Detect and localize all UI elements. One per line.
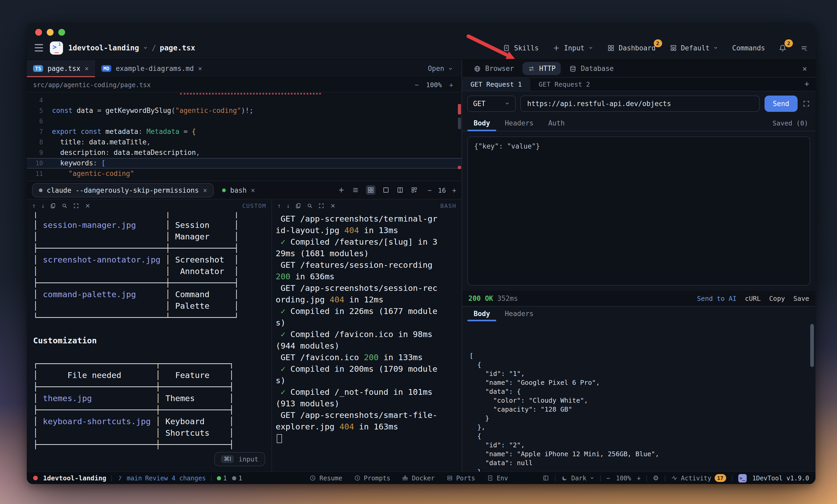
copy-icon[interactable] bbox=[296, 203, 302, 209]
git-branch-status[interactable]: main Review 4 changes bbox=[117, 474, 206, 482]
close-panel-icon[interactable]: × bbox=[800, 64, 809, 73]
terminal-font-larger-button[interactable]: + bbox=[452, 186, 456, 194]
theme-selector[interactable]: Dark bbox=[561, 474, 594, 482]
code-line[interactable]: 6 bbox=[27, 116, 462, 127]
tab-request-auth[interactable]: Auth bbox=[542, 115, 571, 131]
input-button[interactable]: Input bbox=[552, 44, 593, 52]
tab-request-body[interactable]: Body bbox=[467, 115, 497, 131]
ok-count[interactable]: 1 bbox=[217, 474, 227, 482]
copy-button[interactable]: Copy bbox=[769, 294, 785, 302]
minimize-window-button[interactable] bbox=[47, 29, 54, 36]
request-tab-2[interactable]: GET Request 2 bbox=[530, 78, 599, 91]
split-pane-icon[interactable] bbox=[397, 186, 404, 194]
zoom-window-button[interactable] bbox=[58, 29, 65, 36]
editor-scrollbar[interactable] bbox=[457, 92, 462, 181]
saved-count[interactable]: Saved (0) bbox=[773, 115, 810, 131]
code-line[interactable]: 9 description: data.metaDescription, bbox=[27, 147, 462, 158]
code-line[interactable]: 11 "agentic-coding" bbox=[27, 168, 462, 179]
close-tab-icon[interactable]: × bbox=[203, 186, 207, 194]
single-pane-icon[interactable] bbox=[382, 186, 390, 194]
code-editor[interactable]: 45const data = getKeywordBySlug("agentic… bbox=[27, 92, 462, 181]
send-to-ai-button[interactable]: Send to AI bbox=[697, 294, 737, 302]
tab-response-headers[interactable]: Headers bbox=[499, 307, 540, 321]
code-line[interactable]: 8 title: data.metaTitle, bbox=[27, 137, 462, 147]
notifications-button[interactable]: 2 bbox=[779, 44, 787, 52]
docker-button[interactable]: Docker bbox=[402, 474, 435, 482]
scrollbar-thumb[interactable] bbox=[810, 324, 814, 367]
save-button[interactable]: Save bbox=[794, 294, 809, 302]
close-window-button[interactable] bbox=[35, 29, 42, 36]
method-selector[interactable]: GET bbox=[467, 95, 516, 111]
search-icon[interactable] bbox=[307, 203, 313, 209]
tab-database[interactable]: Database bbox=[564, 62, 619, 75]
expand-icon[interactable] bbox=[802, 100, 810, 107]
panel-toggle-icon[interactable] bbox=[542, 474, 549, 482]
add-request-icon[interactable]: + bbox=[804, 79, 816, 91]
prompts-button[interactable]: Prompts bbox=[354, 474, 390, 482]
request-body-editor[interactable]: {"key": "value"} bbox=[467, 137, 810, 286]
scroll-down-icon[interactable]: ↓ bbox=[41, 203, 44, 209]
code-line[interactable]: 7export const metadata: Metadata = { bbox=[27, 127, 462, 137]
ports-button[interactable]: Ports bbox=[446, 474, 475, 482]
tab-http[interactable]: HTTP bbox=[522, 62, 561, 75]
env-button[interactable]: Env bbox=[487, 474, 508, 482]
send-button[interactable]: Send bbox=[764, 95, 798, 111]
review-changes-link[interactable]: Review 4 changes bbox=[145, 474, 206, 482]
overflow-menu-button[interactable] bbox=[800, 44, 808, 52]
code-line[interactable]: 4 bbox=[27, 95, 462, 106]
terminal-output-custom[interactable]: │ │ ││ session-manager.jpg │ Session ││ … bbox=[27, 212, 271, 471]
scrollbar-thumb[interactable] bbox=[458, 118, 461, 129]
settings-gear-icon[interactable]: ⚙ bbox=[653, 474, 659, 482]
close-tab-icon[interactable]: × bbox=[251, 186, 255, 194]
open-file-dropdown[interactable]: Open bbox=[428, 60, 462, 77]
code-line[interactable]: 10 keywords: [ bbox=[27, 158, 462, 168]
dashboard-button[interactable]: Dashboard 2 bbox=[607, 44, 656, 52]
panel-tab-bar: Browser HTTP Database × bbox=[462, 60, 816, 78]
scroll-up-icon[interactable]: ↑ bbox=[32, 203, 36, 209]
fullscreen-icon[interactable] bbox=[73, 203, 79, 209]
tab-request-headers[interactable]: Headers bbox=[499, 115, 540, 131]
statusbar-project[interactable]: 1devtool-landing bbox=[43, 474, 106, 482]
pending-count[interactable]: 1 bbox=[232, 474, 242, 482]
response-body[interactable]: [ { "id": "1", "name": "Google Pixel 6 P… bbox=[462, 321, 816, 471]
project-switcher[interactable]: 1devtool-landing / page.tsx bbox=[68, 43, 195, 52]
input-hint-badge[interactable]: ⌘I input bbox=[214, 452, 265, 466]
project-name[interactable]: 1devtool-landing bbox=[68, 43, 139, 52]
editor-zoom-in-button[interactable]: + bbox=[449, 81, 453, 89]
tab-page-tsx[interactable]: TS page.tsx × bbox=[27, 60, 95, 77]
scroll-up-icon[interactable]: ↑ bbox=[277, 203, 281, 209]
terminal-tab-bash[interactable]: bash × bbox=[220, 183, 257, 197]
tab-response-body[interactable]: Body bbox=[467, 307, 497, 321]
workspace-selector[interactable]: Default bbox=[669, 44, 718, 52]
fullscreen-icon[interactable] bbox=[319, 203, 325, 209]
skills-button[interactable]: Skills bbox=[502, 44, 539, 52]
url-input[interactable] bbox=[520, 95, 760, 111]
terminal-tab-claude[interactable]: claude --dangerously-skip-permissions × bbox=[32, 183, 214, 197]
request-tab-1[interactable]: GET Request 1 bbox=[462, 78, 530, 91]
list-layout-icon[interactable] bbox=[352, 186, 359, 194]
new-terminal-icon[interactable] bbox=[338, 186, 345, 194]
tab-browser[interactable]: Browser bbox=[468, 62, 519, 75]
ui-zoom-in-button[interactable]: + bbox=[637, 474, 641, 482]
copy-icon[interactable] bbox=[50, 203, 56, 209]
close-icon[interactable] bbox=[85, 203, 91, 209]
code-line[interactable]: 5const data = getKeywordBySlug("agentic-… bbox=[27, 106, 462, 116]
ui-zoom-out-button[interactable]: − bbox=[606, 474, 610, 482]
terminal-font-smaller-button[interactable]: − bbox=[428, 186, 432, 194]
scroll-down-icon[interactable]: ↓ bbox=[286, 203, 290, 209]
grid-add-icon[interactable] bbox=[411, 186, 418, 194]
menu-icon[interactable] bbox=[32, 41, 46, 55]
tab-example-diagrams-md[interactable]: MD example-diagrams.md × bbox=[95, 60, 209, 77]
chevron-down-icon bbox=[448, 66, 453, 71]
resume-button[interactable]: Resume bbox=[309, 474, 342, 482]
search-icon[interactable] bbox=[62, 203, 68, 209]
close-tab-icon[interactable]: × bbox=[198, 65, 202, 72]
close-tab-icon[interactable]: × bbox=[85, 65, 89, 72]
activity-button[interactable]: Activity 17 bbox=[671, 474, 726, 482]
close-icon[interactable] bbox=[330, 203, 336, 209]
grid-layout-icon[interactable] bbox=[366, 185, 376, 195]
editor-zoom-out-button[interactable]: − bbox=[415, 81, 419, 89]
terminal-output-bash[interactable]: GET /app-screenshots/terminal-grid-layou… bbox=[272, 212, 462, 471]
curl-button[interactable]: cURL bbox=[745, 294, 761, 302]
commands-button[interactable]: Commands bbox=[732, 44, 765, 52]
